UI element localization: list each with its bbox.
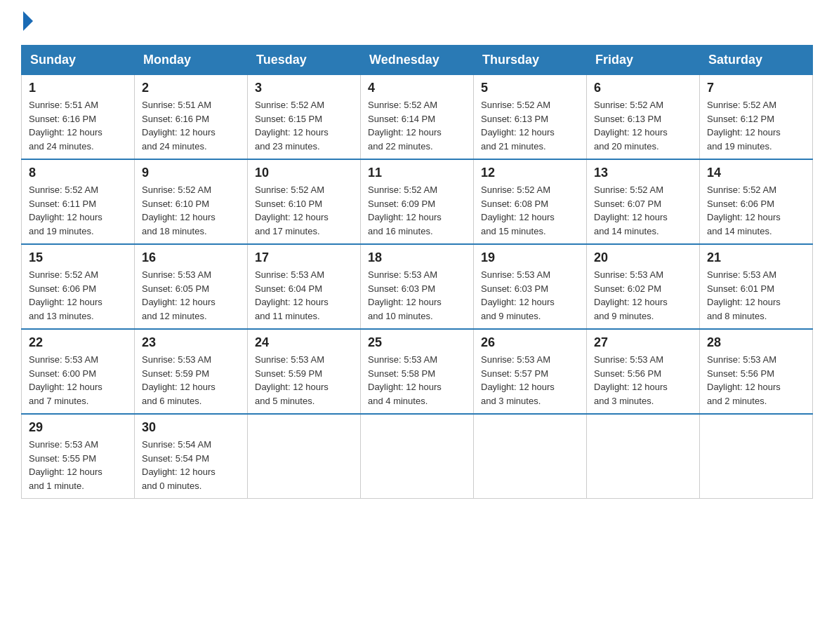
calendar-cell: 2Sunrise: 5:51 AM Sunset: 6:16 PM Daylig…: [135, 75, 248, 160]
day-number: 18: [368, 250, 466, 265]
day-info: Sunrise: 5:53 AM Sunset: 5:57 PM Dayligh…: [481, 353, 579, 408]
calendar-cell: 9Sunrise: 5:52 AM Sunset: 6:10 PM Daylig…: [135, 159, 248, 244]
day-number: 30: [142, 420, 240, 435]
day-number: 21: [707, 250, 805, 265]
calendar-cell: 21Sunrise: 5:53 AM Sunset: 6:01 PM Dayli…: [700, 244, 813, 329]
day-number: 25: [368, 335, 466, 350]
calendar-cell: 23Sunrise: 5:53 AM Sunset: 5:59 PM Dayli…: [135, 329, 248, 414]
calendar-header-monday: Monday: [135, 46, 248, 75]
calendar-cell: 25Sunrise: 5:53 AM Sunset: 5:58 PM Dayli…: [361, 329, 474, 414]
calendar-cell: 22Sunrise: 5:53 AM Sunset: 6:00 PM Dayli…: [22, 329, 135, 414]
day-number: 19: [481, 250, 579, 265]
day-info: Sunrise: 5:53 AM Sunset: 6:05 PM Dayligh…: [142, 268, 240, 323]
calendar-header-friday: Friday: [587, 46, 700, 75]
day-number: 7: [707, 81, 805, 95]
day-info: Sunrise: 5:52 AM Sunset: 6:10 PM Dayligh…: [142, 183, 240, 238]
day-info: Sunrise: 5:52 AM Sunset: 6:06 PM Dayligh…: [29, 268, 127, 323]
calendar-cell: 4Sunrise: 5:52 AM Sunset: 6:14 PM Daylig…: [361, 75, 474, 160]
calendar-cell: 1Sunrise: 5:51 AM Sunset: 6:16 PM Daylig…: [22, 75, 135, 160]
day-info: Sunrise: 5:52 AM Sunset: 6:14 PM Dayligh…: [368, 98, 466, 153]
calendar-header-row: SundayMondayTuesdayWednesdayThursdayFrid…: [22, 46, 813, 75]
calendar-header-sunday: Sunday: [22, 46, 135, 75]
calendar-week-row: 15Sunrise: 5:52 AM Sunset: 6:06 PM Dayli…: [22, 244, 813, 329]
calendar-cell: 24Sunrise: 5:53 AM Sunset: 5:59 PM Dayli…: [248, 329, 361, 414]
calendar-cell: 30Sunrise: 5:54 AM Sunset: 5:54 PM Dayli…: [135, 414, 248, 499]
calendar-cell: 11Sunrise: 5:52 AM Sunset: 6:09 PM Dayli…: [361, 159, 474, 244]
day-number: 16: [142, 250, 240, 265]
calendar-cell: 7Sunrise: 5:52 AM Sunset: 6:12 PM Daylig…: [700, 75, 813, 160]
day-info: Sunrise: 5:52 AM Sunset: 6:08 PM Dayligh…: [481, 183, 579, 238]
day-number: 12: [481, 166, 579, 180]
day-info: Sunrise: 5:52 AM Sunset: 6:13 PM Dayligh…: [481, 98, 579, 153]
day-info: Sunrise: 5:51 AM Sunset: 6:16 PM Dayligh…: [142, 98, 240, 153]
calendar-cell: 27Sunrise: 5:53 AM Sunset: 5:56 PM Dayli…: [587, 329, 700, 414]
day-number: 1: [29, 81, 127, 95]
logo: [21, 14, 33, 31]
day-info: Sunrise: 5:51 AM Sunset: 6:16 PM Dayligh…: [29, 98, 127, 153]
calendar-cell: 29Sunrise: 5:53 AM Sunset: 5:55 PM Dayli…: [22, 414, 135, 499]
day-number: 14: [707, 166, 805, 180]
day-info: Sunrise: 5:53 AM Sunset: 6:00 PM Dayligh…: [29, 353, 127, 408]
day-number: 2: [142, 81, 240, 95]
calendar-header-saturday: Saturday: [700, 46, 813, 75]
day-number: 11: [368, 166, 466, 180]
day-info: Sunrise: 5:52 AM Sunset: 6:12 PM Dayligh…: [707, 98, 805, 153]
calendar-cell: 16Sunrise: 5:53 AM Sunset: 6:05 PM Dayli…: [135, 244, 248, 329]
calendar-cell: 14Sunrise: 5:52 AM Sunset: 6:06 PM Dayli…: [700, 159, 813, 244]
day-number: 17: [255, 250, 353, 265]
day-number: 22: [29, 335, 127, 350]
calendar-cell: [361, 414, 474, 499]
day-info: Sunrise: 5:53 AM Sunset: 6:04 PM Dayligh…: [255, 268, 353, 323]
day-number: 5: [481, 81, 579, 95]
day-number: 13: [594, 166, 692, 180]
day-info: Sunrise: 5:53 AM Sunset: 6:03 PM Dayligh…: [481, 268, 579, 323]
day-number: 10: [255, 166, 353, 180]
day-info: Sunrise: 5:52 AM Sunset: 6:09 PM Dayligh…: [368, 183, 466, 238]
calendar-cell: 6Sunrise: 5:52 AM Sunset: 6:13 PM Daylig…: [587, 75, 700, 160]
day-number: 4: [368, 81, 466, 95]
day-number: 28: [707, 335, 805, 350]
calendar-week-row: 1Sunrise: 5:51 AM Sunset: 6:16 PM Daylig…: [22, 75, 813, 160]
calendar-header-thursday: Thursday: [474, 46, 587, 75]
day-info: Sunrise: 5:52 AM Sunset: 6:13 PM Dayligh…: [594, 98, 692, 153]
calendar-cell: 12Sunrise: 5:52 AM Sunset: 6:08 PM Dayli…: [474, 159, 587, 244]
day-number: 29: [29, 420, 127, 435]
day-number: 8: [29, 166, 127, 180]
calendar-cell: [587, 414, 700, 499]
day-info: Sunrise: 5:52 AM Sunset: 6:11 PM Dayligh…: [29, 183, 127, 238]
calendar-cell: 15Sunrise: 5:52 AM Sunset: 6:06 PM Dayli…: [22, 244, 135, 329]
calendar-cell: 5Sunrise: 5:52 AM Sunset: 6:13 PM Daylig…: [474, 75, 587, 160]
day-info: Sunrise: 5:53 AM Sunset: 6:03 PM Dayligh…: [368, 268, 466, 323]
day-number: 9: [142, 166, 240, 180]
calendar-week-row: 8Sunrise: 5:52 AM Sunset: 6:11 PM Daylig…: [22, 159, 813, 244]
day-number: 24: [255, 335, 353, 350]
day-number: 3: [255, 81, 353, 95]
calendar-cell: 18Sunrise: 5:53 AM Sunset: 6:03 PM Dayli…: [361, 244, 474, 329]
calendar-cell: 19Sunrise: 5:53 AM Sunset: 6:03 PM Dayli…: [474, 244, 587, 329]
day-number: 15: [29, 250, 127, 265]
calendar-cell: [248, 414, 361, 499]
day-info: Sunrise: 5:52 AM Sunset: 6:06 PM Dayligh…: [707, 183, 805, 238]
day-info: Sunrise: 5:52 AM Sunset: 6:10 PM Dayligh…: [255, 183, 353, 238]
day-info: Sunrise: 5:53 AM Sunset: 5:59 PM Dayligh…: [142, 353, 240, 408]
calendar-cell: [700, 414, 813, 499]
calendar-week-row: 29Sunrise: 5:53 AM Sunset: 5:55 PM Dayli…: [22, 414, 813, 499]
calendar-cell: 13Sunrise: 5:52 AM Sunset: 6:07 PM Dayli…: [587, 159, 700, 244]
day-number: 27: [594, 335, 692, 350]
calendar-cell: 10Sunrise: 5:52 AM Sunset: 6:10 PM Dayli…: [248, 159, 361, 244]
day-info: Sunrise: 5:53 AM Sunset: 5:56 PM Dayligh…: [707, 353, 805, 408]
day-info: Sunrise: 5:52 AM Sunset: 6:15 PM Dayligh…: [255, 98, 353, 153]
day-number: 23: [142, 335, 240, 350]
day-info: Sunrise: 5:53 AM Sunset: 5:58 PM Dayligh…: [368, 353, 466, 408]
calendar-table: SundayMondayTuesdayWednesdayThursdayFrid…: [21, 45, 813, 499]
day-number: 26: [481, 335, 579, 350]
calendar-cell: 20Sunrise: 5:53 AM Sunset: 6:02 PM Dayli…: [587, 244, 700, 329]
day-info: Sunrise: 5:54 AM Sunset: 5:54 PM Dayligh…: [142, 438, 240, 492]
calendar-cell: [474, 414, 587, 499]
page-header: [21, 14, 813, 31]
calendar-cell: 8Sunrise: 5:52 AM Sunset: 6:11 PM Daylig…: [22, 159, 135, 244]
calendar-cell: 26Sunrise: 5:53 AM Sunset: 5:57 PM Dayli…: [474, 329, 587, 414]
calendar-header-tuesday: Tuesday: [248, 46, 361, 75]
calendar-week-row: 22Sunrise: 5:53 AM Sunset: 6:00 PM Dayli…: [22, 329, 813, 414]
day-info: Sunrise: 5:53 AM Sunset: 5:55 PM Dayligh…: [29, 438, 127, 492]
